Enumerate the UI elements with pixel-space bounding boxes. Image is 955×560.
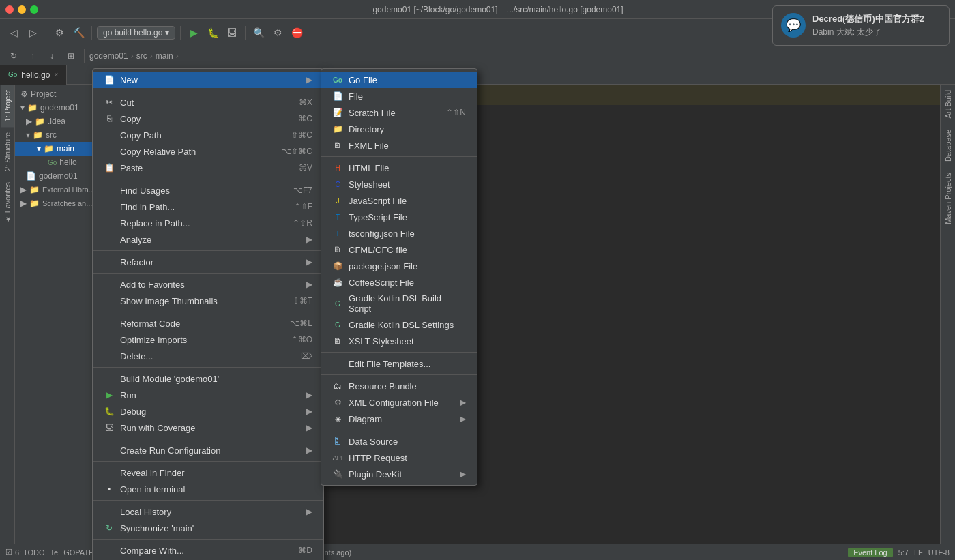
submenu-gradle-build[interactable]: G Gradle Kotlin DSL Build Script (321, 291, 477, 316)
toolbar-build[interactable]: ⚙ (51, 25, 68, 41)
submenu-directory[interactable]: 📁 Directory (321, 121, 477, 137)
submenu-coffee[interactable]: ☕ CoffeeScript File (321, 274, 477, 291)
next-btn[interactable]: ↓ (44, 48, 60, 64)
minimize-button[interactable] (18, 5, 26, 14)
toolbar-back[interactable]: ◁ (5, 25, 22, 41)
submenu-scratch-file[interactable]: 📝 Scratch File ⌃⇧N (321, 104, 477, 121)
go-file-label: Go File (349, 75, 377, 85)
menu-analyze-label: Analyze (120, 235, 151, 245)
close-button[interactable] (5, 5, 14, 14)
breadcrumb-item-0[interactable]: godemo01 (89, 51, 128, 61)
debug-icon: 🐛 (104, 406, 115, 417)
compare-shortcut: ⌘D (298, 546, 312, 555)
menu-debug[interactable]: 🐛 Debug ▶ (93, 403, 323, 419)
menu-compare-with[interactable]: Compare With... ⌘D (93, 542, 323, 559)
te-item[interactable]: Te (50, 548, 59, 557)
submenu-package-json[interactable]: 📦 package.json File (321, 258, 477, 274)
menu-optimize-imports[interactable]: Optimize Imports ⌃⌘O (93, 331, 323, 348)
art-build-tab[interactable]: Art Build (941, 85, 955, 124)
todo-button[interactable]: ☑ 6: TODO (5, 548, 45, 557)
submenu-js[interactable]: J JavaScript File (321, 192, 477, 209)
file-icon-hello: Go (48, 159, 57, 166)
submenu-html[interactable]: H HTML File (321, 160, 477, 176)
menu-copy-path[interactable]: Copy Path ⇧⌘C (93, 127, 323, 143)
menu-analyze[interactable]: Analyze ▶ (93, 231, 323, 248)
menu-build-module[interactable]: Build Module 'godemo01' (93, 370, 323, 387)
menu-show-thumbnails[interactable]: Show Image Thumbnails ⇧⌘T (93, 293, 323, 309)
breadcrumb-item-1[interactable]: src (136, 51, 147, 61)
debug-button[interactable]: 🐛 (205, 25, 221, 41)
submenu-resource-bundle[interactable]: 🗂 Resource Bundle (321, 378, 477, 394)
gradle-settings-label: Gradle Kotlin DSL Settings (349, 320, 454, 330)
menu-copy[interactable]: ⎘ Copy ⌘C (93, 110, 323, 127)
menu-create-run-config[interactable]: Create Run Configuration ▶ (93, 442, 323, 458)
database-tab[interactable]: Database (941, 124, 955, 167)
submenu-xml-config[interactable]: ⚙ XML Configuration File ▶ (321, 394, 477, 411)
history-arrow: ▶ (306, 507, 312, 516)
menu-synchronize[interactable]: ↻ Synchronize 'main' (93, 520, 323, 536)
xslt-icon: 🗎 (332, 336, 343, 347)
favorites-icon (104, 279, 115, 290)
menu-local-history[interactable]: Local History ▶ (93, 503, 323, 520)
diagram-arrow: ▶ (460, 414, 466, 424)
menu-copy-rel-path[interactable]: Copy Relative Path ⌥⇧⌘C (93, 143, 323, 160)
menu-open-terminal[interactable]: ▪ Open in terminal (93, 481, 323, 497)
branch-selector[interactable]: go build hello.go ▾ (97, 26, 175, 40)
submenu-edit-templates[interactable]: Edit File Templates... (321, 355, 477, 372)
event-log-button[interactable]: Event Log (848, 548, 893, 557)
submenu-stylesheet[interactable]: C Stylesheet (321, 176, 477, 192)
xml-config-label: XML Configuration File (349, 398, 439, 408)
submenu-plugin-devkit[interactable]: 🔌 Plugin DevKit ▶ (321, 466, 477, 482)
toolbar-stop[interactable]: ⛔ (289, 25, 305, 41)
sep-1 (93, 91, 323, 91)
prev-btn[interactable]: ↑ (25, 48, 41, 64)
menu-add-favorites[interactable]: Add to Favorites ▶ (93, 276, 323, 293)
submenu-cfml[interactable]: 🗎 CFML/CFC file (321, 241, 477, 258)
submenu-diagram[interactable]: ◈ Diagram ▶ (321, 411, 477, 427)
tab-hello-go[interactable]: Go hello.go × (0, 65, 67, 85)
submenu-data-source[interactable]: 🗄 Data Source (321, 433, 477, 450)
menu-paste[interactable]: 📋 Paste ⌘V (93, 160, 323, 176)
menu-copy-path-label: Copy Path (120, 130, 162, 141)
submenu-go-file[interactable]: Go Go File (321, 72, 477, 88)
submenu-xslt[interactable]: 🗎 XSLT Stylesheet (321, 333, 477, 349)
run-button[interactable]: ▶ (186, 25, 202, 41)
menu-cut[interactable]: ✂ Cut ⌘X (93, 94, 323, 110)
coverage-button[interactable]: ⛾ (224, 25, 240, 41)
submenu-fxml[interactable]: 🗎 FXML File (321, 137, 477, 153)
line-ending[interactable]: LF (914, 548, 923, 557)
menu-reveal-finder[interactable]: Reveal in Finder (93, 465, 323, 481)
toolbar-hammer[interactable]: 🔨 (70, 25, 87, 41)
toolbar-forward[interactable]: ▷ (25, 25, 41, 41)
menu-find-in-path[interactable]: Find in Path... ⌃⇧F (93, 198, 323, 215)
project-tab[interactable]: 1: Project (1, 85, 14, 127)
toolbar-search[interactable]: 🔍 (250, 25, 267, 41)
submenu-http-request[interactable]: API HTTP Request (321, 450, 477, 466)
submenu-ts[interactable]: T TypeScript File (321, 209, 477, 225)
toolbar-settings[interactable]: ⚙ (269, 25, 286, 41)
menu-find-usages[interactable]: Find Usages ⌥F7 (93, 182, 323, 198)
menu-replace-in-path[interactable]: Replace in Path... ⌃⇧R (93, 215, 323, 231)
submenu-file[interactable]: 📄 File (321, 88, 477, 104)
favorites-tab[interactable]: ★ Favorites (0, 177, 14, 229)
menu-refactor[interactable]: Refactor ▶ (93, 254, 323, 270)
menu-run[interactable]: ▶ Run ▶ (93, 387, 323, 403)
tab-close-icon[interactable]: × (54, 71, 58, 78)
maximize-button[interactable] (30, 5, 38, 14)
expand-btn[interactable]: ⊞ (63, 48, 79, 64)
menu-add-favorites-label: Add to Favorites (120, 280, 185, 290)
menu-new[interactable]: 📄 New ▶ (93, 72, 323, 88)
encoding-label: UTF-8 (928, 548, 950, 557)
menu-delete[interactable]: Delete... ⌦ (93, 348, 323, 364)
submenu-gradle-settings[interactable]: G Gradle Kotlin DSL Settings (321, 316, 477, 333)
encoding[interactable]: UTF-8 (928, 548, 950, 557)
submenu-tsconfig[interactable]: T tsconfig.json File (321, 225, 477, 241)
menu-run-coverage[interactable]: ⛾ Run with Coverage ▶ (93, 419, 323, 436)
avatar-emoji: 💬 (786, 18, 801, 33)
sync-btn[interactable]: ↻ (5, 48, 22, 64)
breadcrumb-item-2[interactable]: main (156, 51, 173, 61)
maven-projects-tab[interactable]: Maven Projects (941, 167, 955, 230)
menu-refactor-label: Refactor (120, 257, 153, 267)
structure-tab[interactable]: 2: Structure (1, 127, 14, 177)
menu-reformat[interactable]: Reformat Code ⌥⌘L (93, 315, 323, 331)
